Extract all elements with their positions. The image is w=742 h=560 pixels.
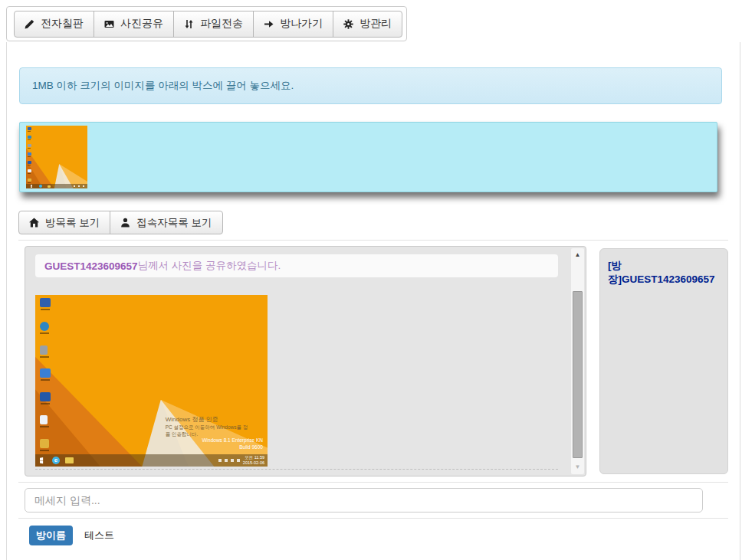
pencil-icon (25, 19, 34, 29)
leave-room-button-label: 방나가기 (280, 17, 323, 31)
folder-icon (48, 185, 51, 188)
watermark-line: PC 설정으로 이동하여 Windows를 정 (166, 424, 263, 431)
desktop-icon (40, 415, 49, 427)
notice-text: 님께서 사진을 공유하였습니다. (138, 259, 281, 273)
leave-room-button[interactable]: 방나가기 (253, 11, 333, 38)
desktop-icon (28, 169, 31, 174)
divider (18, 482, 728, 483)
transfer-icon (184, 19, 194, 29)
shared-image[interactable]: Windows 정품 인증 PC 설정으로 이동하여 Windows를 정 품 … (35, 295, 268, 467)
browser-icon: e (52, 457, 60, 464)
image-dropzone[interactable] (19, 122, 717, 192)
room-name-badge: 방이름 (29, 526, 73, 545)
desktop-icon (40, 322, 49, 334)
member-list-item[interactable]: [방장]GUEST1423609657 (608, 259, 720, 287)
scrollbar-thumb[interactable] (573, 291, 583, 458)
windows-start-icon (31, 185, 34, 188)
desktop-icons (28, 127, 31, 183)
windows-start-icon (40, 457, 47, 464)
shared-image-row: Windows 정품 인증 PC 설정으로 이동하여 Windows를 정 품 … (35, 295, 558, 470)
windows-activation-watermark: Windows 정품 인증 PC 설정으로 이동하여 Windows를 정 품 … (166, 416, 263, 451)
chat-row: GUEST1423609657님께서 사진을 공유하였습니다. (18, 246, 728, 476)
watermark-line: 품 인증합니다. (166, 431, 263, 438)
user-icon (120, 218, 130, 228)
room-manage-button[interactable]: 방관리 (333, 11, 402, 38)
desktop-icon (28, 136, 31, 140)
browser-icon (39, 185, 42, 188)
user-list-button[interactable]: 접속자목록 보기 (110, 211, 222, 234)
chat-notice: GUEST1423609657님께서 사진을 공유하였습니다. (35, 254, 558, 277)
taskbar-icons (31, 185, 51, 188)
desktop-icon (40, 368, 51, 381)
tray-date: 2015-02-06 (243, 460, 264, 466)
notice-username: GUEST1423609657 (44, 260, 138, 272)
folder-icon (65, 457, 74, 463)
whiteboard-button[interactable]: 전자칠판 (14, 11, 94, 38)
desktop-icons (40, 298, 51, 450)
picture-icon (104, 19, 114, 29)
desktop-icon (28, 127, 31, 132)
message-input[interactable] (25, 488, 703, 513)
toolbar: 전자칠판 사진공유 파일전송 방나가기 방관리 (6, 6, 407, 41)
taskbar (26, 184, 87, 188)
desktop-icon (40, 392, 51, 404)
upload-hint-text: 1MB 이하 크기의 이미지를 아래의 박스에 끌어 놓으세요. (32, 80, 294, 91)
chat-message-area: GUEST1423609657님께서 사진을 공유하였습니다. (25, 246, 586, 476)
gear-icon (343, 19, 353, 29)
taskbar-icons: e (40, 457, 74, 464)
desktop-icon (40, 298, 51, 310)
watermark-edition: Windows 8.1 Enterprise KN (166, 437, 263, 444)
desktop-icon (28, 144, 31, 149)
file-transfer-button-label: 파일전송 (200, 17, 243, 31)
whiteboard-button-label: 전자칠판 (41, 17, 84, 31)
system-tray: 오전 11:59 2015-02-06 (218, 455, 264, 466)
arrow-right-icon (264, 19, 274, 29)
scroll-up-icon[interactable]: ▲ (571, 250, 584, 260)
system-tray (74, 185, 84, 187)
photo-share-button-label: 사진공유 (120, 17, 163, 31)
taskbar: e 오전 11:59 2015-02-06 (35, 454, 268, 467)
room-manage-button-label: 방관리 (360, 17, 392, 31)
photo-share-button[interactable]: 사진공유 (94, 11, 174, 38)
watermark-build: Build 9600 (166, 444, 263, 451)
desktop-icon (40, 345, 49, 358)
scroll-down-icon[interactable]: ▼ (571, 462, 584, 473)
file-transfer-button[interactable]: 파일전송 (173, 11, 254, 38)
uploaded-image-thumbnail (26, 126, 87, 188)
upload-hint-alert: 1MB 이하 크기의 이미지를 아래의 박스에 끌어 놓으세요. (19, 67, 722, 104)
chat-scrollbar[interactable]: ▲ ▼ (571, 248, 584, 474)
desktop-icon (28, 161, 31, 165)
room-list-button[interactable]: 방목록 보기 (18, 211, 110, 234)
home-icon (29, 218, 39, 228)
divider (18, 240, 728, 241)
tray-time: 오전 11:59 (243, 455, 264, 460)
member-list-panel: [방장]GUEST1423609657 (599, 248, 728, 474)
desktop-icon (40, 439, 49, 451)
room-name-value: 테스트 (84, 529, 114, 542)
toolbar-button-group: 전자칠판 사진공유 파일전송 방나가기 방관리 (14, 11, 402, 38)
desktop-icon (28, 152, 31, 157)
divider (18, 518, 728, 519)
tray-clock: 오전 11:59 2015-02-06 (243, 455, 264, 466)
view-button-row: 방목록 보기 접속자목록 보기 (18, 211, 728, 234)
user-list-button-label: 접속자목록 보기 (136, 216, 212, 230)
room-list-button-label: 방목록 보기 (45, 216, 100, 230)
room-info-row: 방이름 테스트 (29, 526, 728, 545)
watermark-title: Windows 정품 인증 (166, 416, 263, 424)
desktop-icon (28, 178, 31, 183)
main-container: 1MB 이하 크기의 이미지를 아래의 박스에 끌어 놓으세요. (6, 42, 740, 560)
